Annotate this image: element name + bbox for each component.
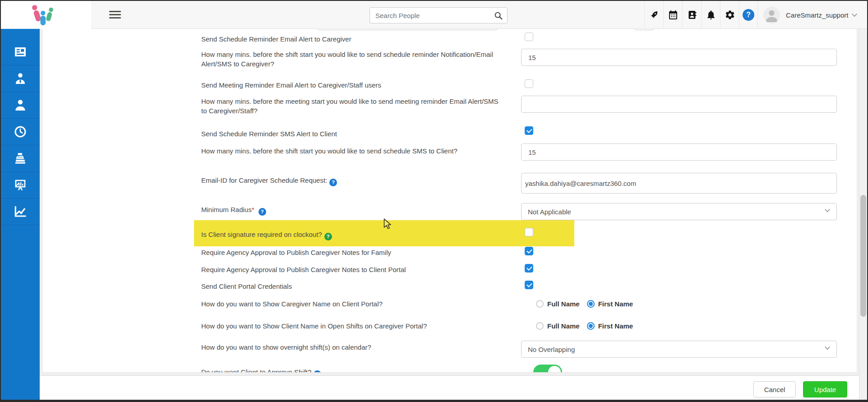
- field-label-highlighted: Is Client signature required on clockout…: [201, 230, 499, 240]
- required-asterisk: *: [252, 206, 254, 213]
- field-label: Do you want Client to Approve Shift??: [201, 367, 499, 373]
- sidebar-item-scheduling[interactable]: [1, 119, 40, 145]
- app-window: ? CareSmartz_support: [0, 0, 868, 402]
- radio-label: Full Name: [547, 322, 580, 330]
- mins-before-meeting-input[interactable]: [521, 96, 837, 113]
- sidebar-item-clients[interactable]: [1, 92, 40, 119]
- checkbox-schedule-reminder-email[interactable]: [525, 32, 533, 41]
- field-label: How do you want to Show Client Name in O…: [201, 321, 499, 331]
- radio-label: First Name: [598, 300, 633, 308]
- overnight-shift-select[interactable]: No Overlapping: [521, 341, 837, 358]
- checkbox-approve-notes-portal[interactable]: [525, 264, 533, 273]
- clipped-input-above[interactable]: [317, 29, 498, 30]
- app-logo[interactable]: [1, 1, 91, 29]
- field-label: How many mins. before the meeting start …: [201, 97, 499, 116]
- window-frame-bottom: [1, 400, 867, 402]
- field-label: Send Schedule Reminder SMS Alert to Clie…: [201, 129, 499, 139]
- sidebar-item-reports[interactable]: [1, 172, 40, 199]
- update-button[interactable]: Update: [803, 381, 847, 397]
- checkbox-send-portal-credentials[interactable]: [525, 281, 533, 289]
- field-label: Minimum Radius* ?: [201, 205, 499, 216]
- clipped-button-above[interactable]: [634, 29, 654, 30]
- calendar-icon[interactable]: [663, 1, 682, 29]
- field-label: Send Schedule Reminder Email Alert to Ca…: [201, 34, 499, 44]
- checkbox-approve-notes-family[interactable]: [525, 247, 533, 255]
- settings-gear-icon[interactable]: [720, 1, 739, 29]
- user-menu[interactable]: CareSmartz_support: [786, 1, 856, 29]
- field-label: Send Client Portal Credentials: [201, 282, 499, 291]
- chevron-down-icon: [825, 344, 830, 349]
- radio-first-name[interactable]: [587, 300, 595, 308]
- search-icon[interactable]: [494, 11, 503, 21]
- search-input[interactable]: [370, 8, 491, 23]
- radio-label: First Name: [598, 322, 633, 330]
- help-icon[interactable]: ?: [739, 1, 758, 29]
- radio-full-name[interactable]: [536, 300, 544, 308]
- billing-register-icon: [13, 151, 28, 166]
- caregiver-schedule-email-input[interactable]: [521, 173, 837, 194]
- mins-before-sms-client-input[interactable]: [521, 143, 837, 161]
- caregiver-name-radio-group: Full Name First Name: [536, 300, 633, 308]
- checkbox-meeting-reminder-email[interactable]: [525, 79, 533, 88]
- radio-label: Full Name: [547, 300, 580, 308]
- field-label: Email-ID for Caregiver Schedule Request:…: [201, 176, 499, 186]
- field-label: Send Meeting Reminder Email Alert to Car…: [201, 80, 499, 90]
- help-icon[interactable]: ?: [324, 233, 332, 240]
- form-footer: Cancel Update: [40, 375, 868, 400]
- help-icon[interactable]: ?: [259, 208, 266, 216]
- checkbox-client-signature-clockout[interactable]: [525, 228, 533, 236]
- radio-first-name[interactable]: [587, 322, 595, 330]
- user-avatar[interactable]: [763, 7, 780, 23]
- scheduling-clock-icon: [13, 125, 28, 139]
- client-approve-shift-toggle[interactable]: [533, 365, 562, 373]
- people-search: [369, 7, 508, 23]
- contacts-icon[interactable]: [682, 1, 701, 29]
- notifications-bell-icon[interactable]: [701, 1, 720, 29]
- cancel-button[interactable]: Cancel: [753, 381, 796, 397]
- field-label: How many mins. before the shift start yo…: [201, 146, 499, 156]
- caresmartz-logo-icon: [23, 4, 69, 26]
- sidebar-item-dashboard[interactable]: [1, 39, 40, 65]
- minimum-radius-select[interactable]: Not Applicable: [521, 203, 837, 220]
- hamburger-menu-icon[interactable]: [109, 11, 121, 20]
- field-label: How many mins. before the shift start yo…: [201, 50, 499, 69]
- chevron-down-icon: [852, 11, 857, 16]
- analytics-chart-icon: [13, 204, 28, 219]
- user-name: CareSmartz_support: [786, 11, 848, 19]
- sidebar-item-caregivers[interactable]: [1, 65, 40, 92]
- chevron-down-icon: [825, 207, 830, 212]
- mins-before-shift-input[interactable]: [521, 49, 837, 66]
- rocket-icon[interactable]: [644, 1, 663, 29]
- field-label: Require Agency Approval to Publish Careg…: [201, 248, 499, 257]
- sidebar-item-analytics[interactable]: [1, 199, 40, 225]
- field-label: How do you want to show overnight shift(…: [201, 342, 499, 352]
- reports-presentation-icon: [13, 178, 28, 192]
- scrollbar-thumb[interactable]: [860, 195, 866, 317]
- top-header: ? CareSmartz_support: [1, 1, 867, 29]
- help-icon[interactable]: ?: [314, 370, 321, 373]
- sidebar: [1, 29, 40, 402]
- dashboard-icon: [13, 45, 28, 59]
- select-value: Not Applicable: [528, 208, 571, 216]
- help-icon[interactable]: ?: [329, 179, 337, 186]
- checkbox-schedule-reminder-sms[interactable]: [525, 126, 533, 135]
- client-name-radio-group: Full Name First Name: [536, 322, 633, 330]
- field-label: Require Agency Approval to Publish Careg…: [201, 265, 499, 274]
- settings-form-card: Send Schedule Reminder Email Alert to Ca…: [42, 29, 857, 373]
- caregiver-icon: [13, 71, 28, 86]
- vertical-scrollbar: [859, 29, 867, 400]
- client-icon: [13, 98, 28, 112]
- select-value: No Overlapping: [528, 346, 575, 353]
- radio-full-name[interactable]: [536, 322, 544, 330]
- sidebar-item-billing[interactable]: [1, 145, 40, 172]
- header-icon-bar: ?: [644, 1, 758, 29]
- field-label: How do you want to Show Caregiver Name o…: [201, 299, 499, 309]
